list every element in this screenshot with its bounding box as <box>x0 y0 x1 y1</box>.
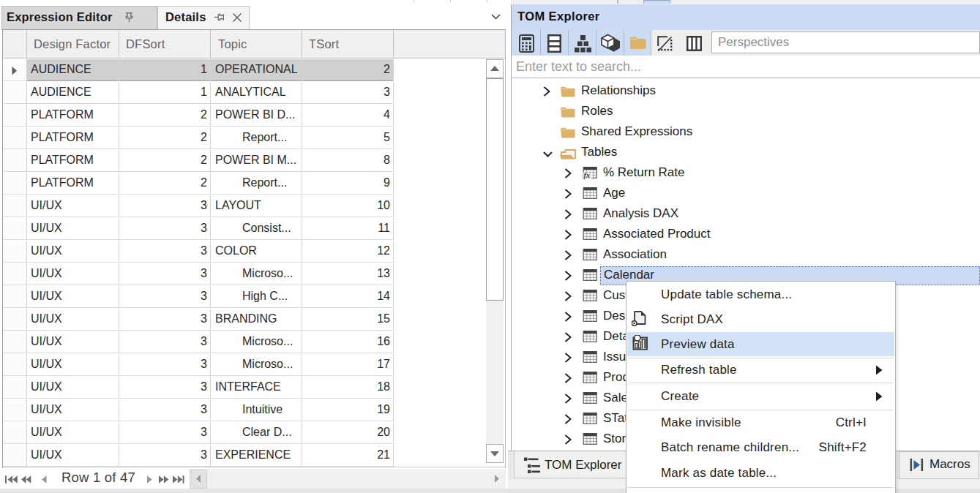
svg-text:fx: fx <box>584 171 591 179</box>
